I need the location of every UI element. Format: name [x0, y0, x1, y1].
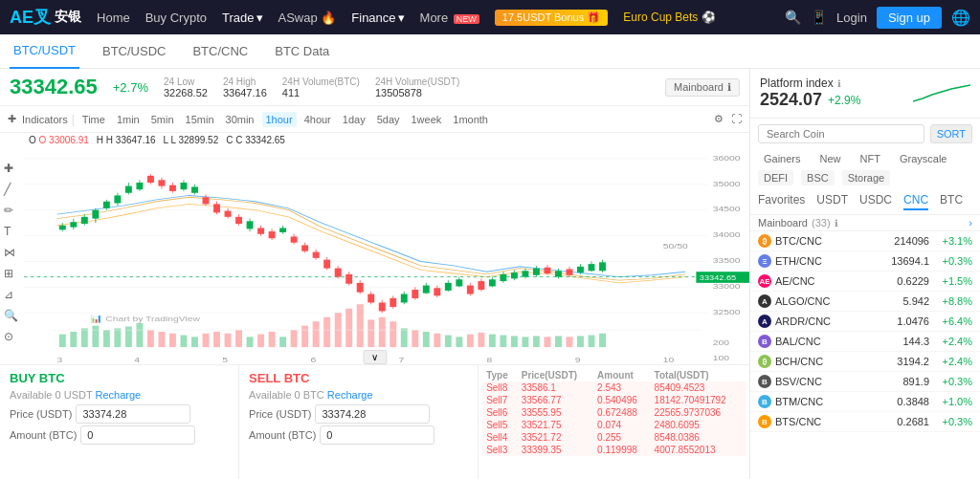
order-row[interactable]: Sell3 33399.35 0.119998 4007.8552013 [482, 444, 746, 456]
tab-btc-data[interactable]: BTC Data [271, 34, 333, 69]
market-row[interactable]: A ARDR/CNC 1.0476 +6.4% [750, 312, 980, 332]
filter-grayscale[interactable]: Grayscale [894, 151, 953, 166]
nav-cup-bets[interactable]: Euro Cup Bets ⚽ [623, 11, 715, 24]
svg-rect-150 [423, 332, 430, 347]
tab-favorites[interactable]: Favorites [758, 191, 805, 210]
magnet-tool[interactable]: ⊙ [4, 330, 18, 343]
login-button[interactable]: Login [836, 11, 867, 25]
order-row[interactable]: Sell6 33555.95 0.672488 22565.9737036 [482, 406, 746, 419]
expand-icon[interactable]: ⛶ [729, 111, 744, 127]
svg-text:100: 100 [713, 354, 729, 362]
market-row[interactable]: AE AE/CNC 0.6229 +1.5% [750, 272, 980, 292]
tab-btc-usdc[interactable]: BTC/USDC [99, 34, 169, 69]
indicators-button[interactable]: Indicators [22, 114, 68, 125]
nav-bonus[interactable]: 17.5USDT Bonus 🎁 [495, 10, 608, 26]
coin-change: +0.3% [929, 255, 972, 267]
filter-bsc[interactable]: BSC [801, 170, 835, 185]
signup-button[interactable]: Sign up [877, 7, 942, 29]
market-row[interactable]: ₿ BCH/CNC 3194.2 +2.4% [750, 352, 980, 372]
order-row[interactable]: Sell4 33521.72 0.255 8548.0386 [482, 431, 746, 444]
platform-change: +2.9% [828, 94, 860, 107]
tab-btc-usdt[interactable]: BTC/USDT [10, 34, 79, 69]
price-low: 24 Low 32268.52 [164, 76, 208, 98]
market-row[interactable]: A ALGO/CNC 5.942 +8.8% [750, 292, 980, 312]
svg-text:50/50: 50/50 [663, 242, 688, 250]
market-header: Mainboard (33) ℹ › [750, 215, 980, 231]
pen-tool[interactable]: ✏ [4, 204, 18, 217]
measure-tool[interactable]: ⊿ [4, 288, 18, 301]
coin-name: BAL/CNC [775, 336, 821, 347]
phone-icon[interactable]: 📱 [811, 10, 827, 25]
market-row[interactable]: B BTM/CNC 0.3848 +1.0% [750, 392, 980, 412]
filter-new[interactable]: New [814, 151, 847, 166]
mainboard-badge[interactable]: Mainboard ℹ [665, 78, 740, 97]
header-right: 🔍 📱 Login Sign up 🌐 [785, 7, 970, 29]
fibonacci-tool[interactable]: ⋈ [4, 246, 18, 259]
time-btn-30min[interactable]: 30min [222, 112, 258, 127]
text-tool[interactable]: T [4, 225, 18, 238]
buy-price-input[interactable] [76, 404, 190, 424]
svg-rect-28 [114, 195, 121, 203]
svg-rect-66 [323, 260, 330, 269]
order-row[interactable]: Sell5 33521.75 0.074 2480.6095 [482, 419, 746, 431]
market-list: ₿ BTC/CNC 214096 +3.1% Ξ ETH/CNC 13694.1… [750, 231, 980, 479]
ohlc-open: O O 33006.91 [29, 135, 89, 145]
filter-defi[interactable]: DEFI [758, 170, 793, 185]
svg-rect-136 [269, 332, 276, 347]
buy-amount-input[interactable] [80, 425, 195, 445]
nav-trade[interactable]: Trade ▾ [222, 11, 262, 25]
coin-price: 891.9 [835, 376, 929, 387]
sort-button[interactable]: SORT [930, 124, 972, 143]
chart-collapse-btn[interactable]: ∨ [363, 350, 387, 364]
time-btn-time[interactable]: Time [78, 112, 109, 127]
market-row[interactable]: B BTS/CNC 0.2681 +0.3% [750, 412, 980, 432]
time-btn-4hour[interactable]: 4hour [301, 112, 335, 127]
time-btn-1month[interactable]: 1month [449, 112, 492, 127]
market-row[interactable]: B BSV/CNC 891.9 +0.3% [750, 372, 980, 392]
nav-finance[interactable]: Finance ▾ [351, 11, 404, 25]
sell-recharge[interactable]: Recharge [327, 389, 373, 401]
time-btn-1hour[interactable]: 1hour [262, 112, 297, 127]
order-row[interactable]: Sell8 33586.1 2.543 85409.4523 [482, 381, 746, 394]
time-btn-1day[interactable]: 1day [339, 112, 369, 127]
search-icon[interactable]: 🔍 [785, 10, 801, 25]
filter-gainers[interactable]: Gainers [758, 151, 807, 166]
buy-recharge[interactable]: Recharge [96, 389, 142, 401]
filter-row-2: DEFI BSC Storage [750, 168, 980, 187]
time-btn-5day[interactable]: 5day [373, 112, 404, 127]
time-btn-15min[interactable]: 15min [182, 112, 218, 127]
language-flag[interactable]: 🌐 [951, 9, 970, 27]
zoom-tool[interactable]: 🔍 [4, 309, 18, 322]
sell-price-input[interactable] [315, 404, 430, 424]
nav-aswap[interactable]: ASwap 🔥 [278, 11, 337, 25]
svg-rect-20 [70, 222, 77, 227]
market-row[interactable]: ₿ BTC/CNC 214096 +3.1% [750, 231, 980, 251]
tab-usdt[interactable]: USDT [816, 191, 848, 210]
time-btn-1min[interactable]: 1min [113, 112, 144, 127]
sell-amount-input[interactable] [320, 425, 434, 445]
tab-cnc[interactable]: CNC [903, 191, 928, 210]
settings-icon[interactable]: ⚙ [712, 111, 725, 127]
svg-rect-116 [599, 262, 606, 271]
filter-storage[interactable]: Storage [842, 170, 891, 185]
volume-usdt: 24H Volume(USDT) 13505878 [375, 76, 459, 98]
tab-btc[interactable]: BTC [940, 191, 963, 210]
cursor-tool[interactable]: ✚ [4, 162, 18, 175]
pattern-tool[interactable]: ⊞ [4, 267, 18, 280]
tab-usdc[interactable]: USDC [859, 191, 892, 210]
market-row[interactable]: B BAL/CNC 144.3 +2.4% [750, 332, 980, 352]
time-btn-5min[interactable]: 5min [147, 112, 178, 127]
order-row[interactable]: Sell7 33566.77 0.540496 18142.70491792 [482, 394, 746, 406]
market-expand-arrow[interactable]: › [969, 217, 972, 229]
crosshair-icon[interactable]: ✚ [6, 111, 18, 127]
nav-home[interactable]: Home [97, 11, 130, 25]
logo-icon: AE叉 [10, 6, 51, 29]
search-input[interactable] [758, 124, 924, 143]
market-row[interactable]: Ξ ETH/CNC 13694.1 +0.3% [750, 251, 980, 272]
nav-more[interactable]: More NEW [420, 11, 479, 25]
time-btn-1week[interactable]: 1week [408, 112, 446, 127]
tab-btc-cnc[interactable]: BTC/CNC [189, 34, 252, 69]
nav-buy-crypto[interactable]: Buy Crypto [145, 11, 207, 25]
line-tool[interactable]: ╱ [4, 183, 18, 196]
filter-nft[interactable]: NFT [855, 151, 886, 166]
